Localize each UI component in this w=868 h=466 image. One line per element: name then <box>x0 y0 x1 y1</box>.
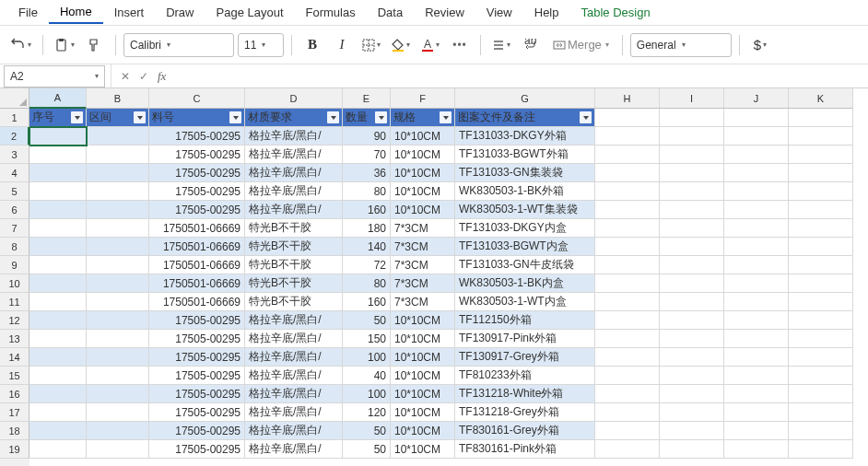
cell-r5-cF[interactable]: 10*10CM <box>391 182 455 201</box>
cell-r4-cG[interactable]: TF131033-GN集装袋 <box>455 164 595 182</box>
cell-r7-cB[interactable] <box>87 219 149 238</box>
col-header-K[interactable]: K <box>789 88 853 109</box>
menu-file[interactable]: File <box>7 2 49 23</box>
cell-r6-cD[interactable]: 格拉辛底/黑白/ <box>245 201 343 219</box>
row-header-15[interactable]: 15 <box>0 367 29 385</box>
row-header-2[interactable]: 2 <box>0 127 29 146</box>
row-header-6[interactable]: 6 <box>0 201 29 219</box>
cell-r2-cI[interactable] <box>660 127 724 146</box>
cell-r14-cI[interactable] <box>660 348 724 367</box>
cell-r7-cC[interactable]: 1750501-06669 <box>149 219 245 238</box>
cell-r19-cJ[interactable] <box>724 440 789 459</box>
cell-r11-cJ[interactable] <box>724 293 789 311</box>
cancel-formula-icon[interactable]: ✕ <box>121 70 130 83</box>
cell-r12-cD[interactable]: 格拉辛底/黑白/ <box>245 311 343 330</box>
cell-r17-cG[interactable]: TF131218-Grey外箱 <box>455 403 595 422</box>
cell-r18-cA[interactable] <box>29 422 87 440</box>
cell-r12-cA[interactable] <box>29 311 87 330</box>
cell-r18-cE[interactable]: 50 <box>343 422 391 440</box>
cell-r2-cF[interactable]: 10*10CM <box>391 127 455 146</box>
cell-r13-cK[interactable] <box>789 330 853 348</box>
number-format-select[interactable]: General▾ <box>630 33 732 57</box>
fx-icon[interactable]: fx <box>158 69 166 84</box>
cell-r4-cJ[interactable] <box>724 164 789 182</box>
cell-r11-cE[interactable]: 160 <box>343 293 391 311</box>
cell-r2-cD[interactable]: 格拉辛底/黑白/ <box>245 127 343 146</box>
row-header-12[interactable]: 12 <box>0 311 29 330</box>
cell-r6-cH[interactable] <box>595 201 660 219</box>
cell-r18-cD[interactable]: 格拉辛底/黑白/ <box>245 422 343 440</box>
cell-r8-cD[interactable]: 特光B不干胶 <box>245 238 343 256</box>
cell-r6-cB[interactable] <box>87 201 149 219</box>
row-header-8[interactable]: 8 <box>0 238 29 256</box>
cell-r8-cK[interactable] <box>789 238 853 256</box>
cell-r15-cK[interactable] <box>789 367 853 385</box>
font-size-select[interactable]: 11▾ <box>238 33 284 57</box>
cell-r6-cG[interactable]: WK830503-1-WT集装袋 <box>455 201 595 219</box>
cell-r9-cF[interactable]: 7*3CM <box>391 256 455 274</box>
cell-r4-cH[interactable] <box>595 164 660 182</box>
cell-r12-cI[interactable] <box>660 311 724 330</box>
cell-r12-cC[interactable]: 17505-00295 <box>149 311 245 330</box>
cell-r17-cJ[interactable] <box>724 403 789 422</box>
cell-r2-cE[interactable]: 90 <box>343 127 391 146</box>
enter-formula-icon[interactable]: ✓ <box>139 70 148 83</box>
cell-r7-cE[interactable]: 180 <box>343 219 391 238</box>
table-header-4[interactable]: 数量 <box>343 109 391 127</box>
row-header-4[interactable]: 4 <box>0 164 29 182</box>
cell-r7-cD[interactable]: 特光B不干胶 <box>245 219 343 238</box>
cell-r11-cC[interactable]: 1750501-06669 <box>149 293 245 311</box>
menu-data[interactable]: Data <box>367 2 414 23</box>
filter-dropdown-icon[interactable] <box>134 111 146 123</box>
cell-r11-cB[interactable] <box>87 293 149 311</box>
cell-r19-cH[interactable] <box>595 440 660 459</box>
cell-r19-cK[interactable] <box>789 440 853 459</box>
undo-button[interactable]: ▾ <box>7 32 35 58</box>
cell-r4-cC[interactable]: 17505-00295 <box>149 164 245 182</box>
cell-r18-cI[interactable] <box>660 422 724 440</box>
col-header-F[interactable]: F <box>391 88 455 109</box>
cell-r13-cJ[interactable] <box>724 330 789 348</box>
cell-empty[interactable] <box>789 109 853 127</box>
cell-r6-cA[interactable] <box>29 201 87 219</box>
cell-r10-cJ[interactable] <box>724 274 789 293</box>
cell-r5-cG[interactable]: WK830503-1-BK外箱 <box>455 182 595 201</box>
cell-r3-cG[interactable]: TF131033-BGWT外箱 <box>455 146 595 164</box>
cell-r5-cA[interactable] <box>29 182 87 201</box>
cell-r19-cC[interactable]: 17505-00295 <box>149 440 245 459</box>
cell-r7-cI[interactable] <box>660 219 724 238</box>
cell-r8-cB[interactable] <box>87 238 149 256</box>
cell-r19-cF[interactable]: 10*10CM <box>391 440 455 459</box>
cell-r12-cH[interactable] <box>595 311 660 330</box>
cell-r10-cC[interactable]: 1750501-06669 <box>149 274 245 293</box>
menu-help[interactable]: Help <box>523 2 570 23</box>
table-header-0[interactable]: 序号 <box>29 109 87 127</box>
cell-r4-cK[interactable] <box>789 164 853 182</box>
cell-r15-cJ[interactable] <box>724 367 789 385</box>
cell-r13-cD[interactable]: 格拉辛底/黑白/ <box>245 330 343 348</box>
font-color-button[interactable]: A▾ <box>417 32 443 58</box>
cell-r14-cH[interactable] <box>595 348 660 367</box>
cell-r6-cI[interactable] <box>660 201 724 219</box>
cell-r3-cC[interactable]: 17505-00295 <box>149 146 245 164</box>
cell-r9-cI[interactable] <box>660 256 724 274</box>
cell-r10-cK[interactable] <box>789 274 853 293</box>
cell-r17-cF[interactable]: 10*10CM <box>391 403 455 422</box>
cell-r3-cA[interactable] <box>29 146 87 164</box>
table-header-5[interactable]: 规格 <box>391 109 455 127</box>
cell-r16-cG[interactable]: TF131218-White外箱 <box>455 385 595 403</box>
cell-r19-cI[interactable] <box>660 440 724 459</box>
cell-r18-cH[interactable] <box>595 422 660 440</box>
cell-r9-cE[interactable]: 72 <box>343 256 391 274</box>
cell-r7-cG[interactable]: TF131033-DKGY内盒 <box>455 219 595 238</box>
row-header-18[interactable]: 18 <box>0 422 29 440</box>
cell-r3-cH[interactable] <box>595 146 660 164</box>
cell-r11-cD[interactable]: 特光B不干胶 <box>245 293 343 311</box>
bold-button[interactable]: B <box>299 32 325 58</box>
cell-empty[interactable] <box>660 109 724 127</box>
cell-r16-cK[interactable] <box>789 385 853 403</box>
cell-r6-cK[interactable] <box>789 201 853 219</box>
cell-r13-cI[interactable] <box>660 330 724 348</box>
font-name-select[interactable]: Calibri▾ <box>123 33 234 57</box>
cell-empty[interactable] <box>724 109 789 127</box>
